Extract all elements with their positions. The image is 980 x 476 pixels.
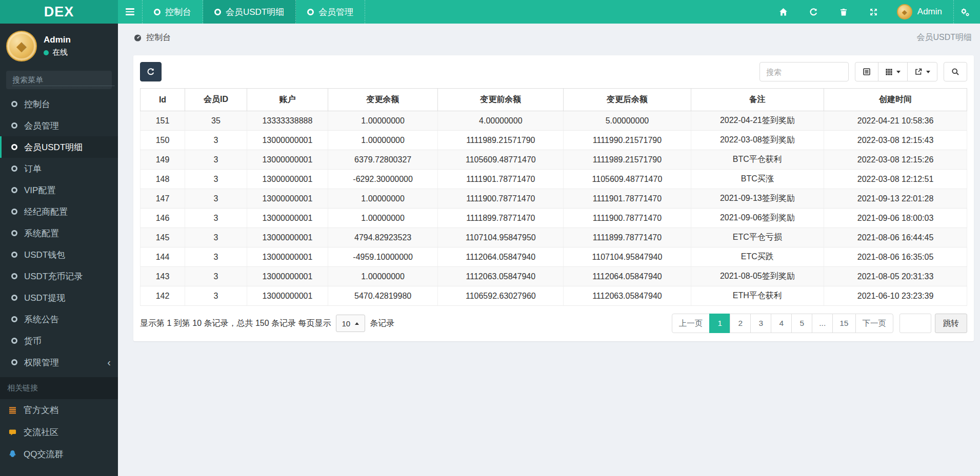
- table-cell: 1111901.78771470: [438, 170, 564, 189]
- jump-page-input[interactable]: [899, 314, 931, 333]
- home-button[interactable]: [768, 0, 798, 24]
- fullscreen-icon: [869, 8, 878, 16]
- table-cell: 2021-08-06 16:44:45: [824, 228, 967, 247]
- columns-button[interactable]: [878, 62, 908, 81]
- export-button[interactable]: [907, 62, 937, 81]
- page-button-2[interactable]: 2: [730, 314, 751, 333]
- sidebar-item-label: 系统公告: [24, 314, 59, 325]
- column-header[interactable]: 变更余额: [328, 89, 437, 111]
- trash-button[interactable]: [829, 0, 858, 24]
- table-cell: 1112064.05847940: [564, 267, 691, 286]
- table-row: 1503130000000011.000000001111989.2157179…: [141, 131, 967, 150]
- sidebar-item-13[interactable]: 权限管理‹: [0, 351, 118, 373]
- table-cell: 143: [141, 267, 185, 286]
- table-cell: 1.00000000: [328, 111, 437, 131]
- sidebar-item-11[interactable]: 系统公告: [0, 308, 118, 330]
- breadcrumb[interactable]: 控制台: [133, 32, 171, 43]
- table-cell: 1105609.48771470: [438, 150, 564, 170]
- column-header[interactable]: 账户: [247, 89, 328, 111]
- column-header[interactable]: 变更前余额: [438, 89, 564, 111]
- column-header[interactable]: 创建时间: [824, 89, 967, 111]
- sidebar-link-3[interactable]: QQ交流群: [0, 443, 118, 465]
- page-size-select[interactable]: 10: [336, 315, 366, 332]
- table-cell: 3: [185, 286, 247, 306]
- sidebar-item-label: 系统配置: [24, 227, 59, 239]
- avatar: ◆: [897, 4, 912, 19]
- nav-tab-3[interactable]: 会员管理: [296, 0, 365, 24]
- sidebar-item-2[interactable]: 会员管理: [0, 115, 118, 136]
- sidebar-item-3[interactable]: 会员USDT明细: [0, 136, 118, 158]
- sidebar-item-9[interactable]: USDT充币记录: [0, 265, 118, 287]
- table-cell: 3: [185, 267, 247, 286]
- table-cell: 1.00000000: [328, 131, 437, 150]
- table-buttons: [855, 62, 937, 81]
- prev-page-button[interactable]: 上一页: [672, 314, 710, 333]
- sidebar-link-2[interactable]: 交流社区: [0, 421, 118, 443]
- sidebar-search-input[interactable]: [12, 74, 114, 86]
- table-cell: 2022-03-08 12:15:43: [824, 131, 967, 150]
- sidebar-item-8[interactable]: USDT钱包: [0, 244, 118, 265]
- sidebar-toggle-button[interactable]: [118, 0, 143, 24]
- jump-button[interactable]: 跳转: [935, 314, 967, 333]
- table-cell: 3: [185, 189, 247, 209]
- table-cell: 5.00000000: [564, 111, 691, 131]
- qq-icon: [7, 450, 17, 459]
- table-cell: 1111899.78771470: [438, 209, 564, 228]
- sidebar-item-10[interactable]: USDT提现: [0, 287, 118, 308]
- table-cell: 144: [141, 247, 185, 267]
- sidebar-search: [6, 71, 112, 89]
- table-cell: 1111990.21571790: [564, 131, 691, 150]
- sidebar-item-6[interactable]: 经纪商配置: [0, 201, 118, 222]
- nav-tab-1[interactable]: 控制台: [143, 0, 203, 24]
- table-cell: 2022-03-08 12:12:51: [824, 170, 967, 189]
- page-button-3[interactable]: 3: [750, 314, 771, 333]
- next-page-button[interactable]: 下一页: [855, 314, 894, 333]
- table-cell: 2022-03-08 12:15:26: [824, 150, 967, 170]
- caret-down-icon: [926, 71, 930, 75]
- sidebar-user-status[interactable]: 在线: [44, 48, 71, 57]
- table-cell: 6379.72800327: [328, 150, 437, 170]
- page-button-5[interactable]: 5: [791, 314, 812, 333]
- table-cell: 2021-06-10 23:23:39: [824, 286, 967, 306]
- sidebar-item-12[interactable]: 货币: [0, 330, 118, 351]
- sidebar-avatar[interactable]: ◆: [6, 31, 37, 61]
- table-cell: 3: [185, 170, 247, 189]
- circle-icon: [11, 338, 17, 344]
- sidebar-item-label: 经纪商配置: [24, 206, 68, 218]
- page-button-4[interactable]: 4: [771, 314, 792, 333]
- circle-icon: [11, 165, 17, 172]
- sidebar-item-4[interactable]: 订单: [0, 158, 118, 179]
- user-menu[interactable]: ◆ Admin: [889, 4, 950, 19]
- circle-icon: [11, 144, 17, 150]
- nav-tab-2[interactable]: 会员USDT明细: [203, 0, 296, 24]
- navbar-actions: ◆ Admin: [768, 0, 980, 24]
- sidebar-link-1[interactable]: 官方文档: [0, 399, 118, 421]
- table-cell: 4.00000000: [438, 111, 564, 131]
- refresh-table-button[interactable]: [140, 62, 162, 81]
- column-header[interactable]: Id: [141, 89, 185, 111]
- brand-logo[interactable]: DEX: [0, 0, 118, 24]
- table-cell: 1111899.78771470: [564, 228, 691, 247]
- gears-icon: [960, 7, 970, 17]
- sidebar-item-7[interactable]: 系统配置: [0, 222, 118, 244]
- table-cell: 1.00000000: [328, 189, 437, 209]
- detail-view-button[interactable]: [855, 62, 878, 81]
- sidebar-item-5[interactable]: VIP配置: [0, 179, 118, 201]
- refresh-button[interactable]: [798, 0, 829, 24]
- table-cell: 13000000001: [247, 189, 328, 209]
- column-header[interactable]: 备注: [691, 89, 824, 111]
- table-search-input[interactable]: [759, 62, 849, 81]
- page-ellipsis[interactable]: ...: [812, 314, 833, 333]
- fullscreen-button[interactable]: [858, 0, 889, 24]
- page-button-1[interactable]: 1: [709, 314, 730, 333]
- page-button-15[interactable]: 15: [832, 314, 855, 333]
- sidebar-section-label: 相关链接: [0, 377, 118, 399]
- sidebar-item-label: VIP配置: [24, 184, 55, 196]
- settings-button[interactable]: [954, 0, 976, 24]
- column-header[interactable]: 会员ID: [185, 89, 247, 111]
- table-cell: 13000000001: [247, 228, 328, 247]
- table-header-row: Id会员ID账户变更余额变更前余额变更后余额备注创建时间: [141, 89, 967, 111]
- sidebar-item-1[interactable]: 控制台: [0, 93, 118, 115]
- column-header[interactable]: 变更后余额: [564, 89, 691, 111]
- toggle-search-button[interactable]: [944, 62, 967, 81]
